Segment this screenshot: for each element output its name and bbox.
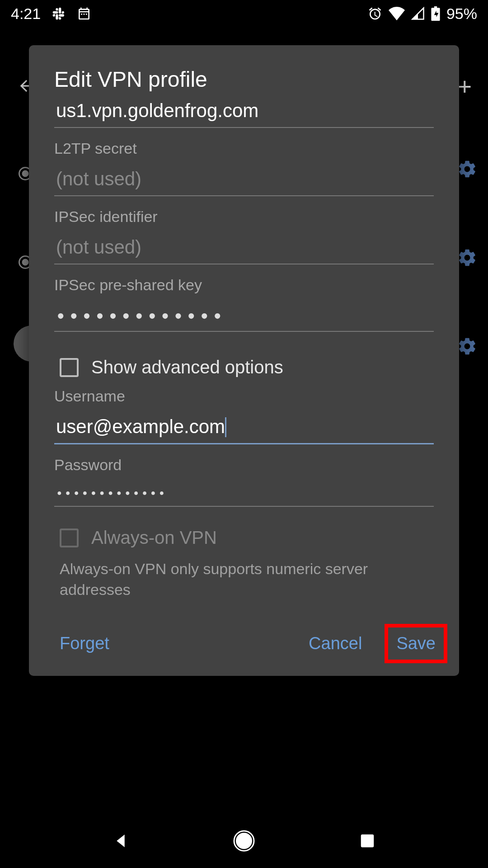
server-address-field[interactable]	[54, 92, 434, 128]
svg-rect-6	[361, 835, 374, 848]
save-button[interactable]: Save	[391, 630, 441, 657]
always-on-checkbox: Always-on VPN	[54, 515, 434, 558]
username-field[interactable]	[54, 408, 434, 444]
dialog-title: Edit VPN profile	[29, 67, 459, 92]
cancel-button[interactable]: Cancel	[303, 630, 367, 657]
status-bar: 4:21 95%	[0, 0, 488, 27]
calendar-icon	[77, 6, 91, 21]
add-icon: +	[457, 72, 472, 100]
show-advanced-checkbox[interactable]: Show advanced options	[54, 340, 434, 387]
ipsec-identifier-label: IPSec identifier	[54, 208, 434, 226]
navigation-bar	[0, 814, 488, 868]
alarm-icon	[368, 6, 382, 21]
gear-icon	[457, 336, 477, 358]
l2tp-secret-field[interactable]	[54, 160, 434, 196]
ipsec-identifier-field[interactable]	[54, 228, 434, 264]
svg-point-4	[236, 833, 252, 849]
svg-point-3	[23, 259, 28, 265]
cellular-icon	[411, 7, 425, 20]
battery-icon	[431, 6, 440, 21]
gear-icon	[457, 248, 477, 269]
battery-percent: 95%	[446, 5, 477, 23]
ipsec-psk-label: IPSec pre-shared key	[54, 276, 434, 294]
l2tp-secret-label: L2TP secret	[54, 140, 434, 157]
svg-point-1	[23, 171, 28, 176]
slack-icon	[52, 6, 66, 21]
wifi-icon	[389, 7, 405, 20]
nav-recent-button[interactable]	[349, 823, 385, 859]
gear-icon	[457, 159, 477, 181]
username-label: Username	[54, 387, 434, 405]
nav-home-button[interactable]	[226, 823, 262, 859]
checkbox-icon	[60, 528, 79, 547]
forget-button[interactable]: Forget	[54, 630, 115, 657]
password-field[interactable]: ●●●●●●●●●●●●●	[54, 476, 434, 507]
show-advanced-label: Show advanced options	[91, 357, 283, 377]
password-label: Password	[54, 456, 434, 474]
status-time: 4:21	[11, 5, 41, 23]
checkbox-icon	[60, 358, 79, 377]
nav-back-button[interactable]	[103, 823, 139, 859]
edit-vpn-dialog: Edit VPN profile L2TP secret IPSec ident…	[29, 45, 459, 676]
always-on-helper-text: Always-on VPN only supports numeric serv…	[54, 558, 434, 617]
always-on-label: Always-on VPN	[91, 528, 217, 548]
ipsec-psk-field[interactable]: ●●●●●●●●●●●●●	[54, 297, 434, 332]
text-cursor	[225, 417, 226, 437]
